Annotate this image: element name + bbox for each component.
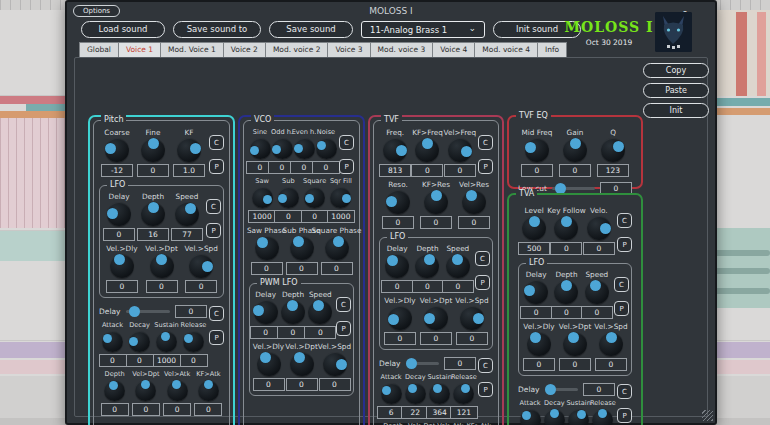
knob-control[interactable] bbox=[386, 190, 410, 214]
slider-value[interactable]: 0 bbox=[444, 357, 476, 370]
knob-value[interactable]: 0 bbox=[163, 403, 191, 416]
slider-track[interactable] bbox=[406, 362, 439, 365]
copy-mini-button[interactable]: C bbox=[614, 277, 629, 292]
slider-track[interactable] bbox=[545, 388, 578, 391]
knob-control[interactable] bbox=[563, 138, 587, 162]
knob-control[interactable] bbox=[592, 409, 613, 425]
paste-button[interactable]: Paste bbox=[643, 83, 709, 98]
copy-button[interactable]: Copy bbox=[643, 63, 709, 78]
knob-value[interactable]: 0 bbox=[312, 161, 340, 174]
knob-value[interactable]: 0 bbox=[99, 354, 127, 367]
knob-control[interactable] bbox=[281, 300, 305, 324]
knob-control[interactable] bbox=[167, 380, 188, 401]
knob-control[interactable] bbox=[102, 331, 123, 352]
paste-mini-button[interactable]: P bbox=[339, 159, 354, 174]
knob-value[interactable]: 0 bbox=[559, 164, 591, 177]
save-sound-to-button[interactable]: Save sound to bbox=[173, 21, 261, 38]
knob-value[interactable]: 1.0 bbox=[173, 164, 205, 177]
knob-control[interactable] bbox=[272, 138, 293, 159]
knob-control[interactable] bbox=[141, 138, 165, 162]
knob-value[interactable]: 0 bbox=[595, 358, 627, 371]
knob-control[interactable] bbox=[316, 138, 337, 159]
knob-value[interactable]: 0 bbox=[180, 354, 208, 367]
knob-value[interactable]: 0 bbox=[458, 216, 490, 229]
knob-control[interactable] bbox=[524, 280, 548, 304]
knob-value[interactable]: 0 bbox=[412, 280, 444, 293]
knob-control[interactable] bbox=[156, 331, 177, 352]
knob-value[interactable]: 0 bbox=[103, 228, 135, 241]
knob-value[interactable]: 0 bbox=[551, 306, 583, 319]
knob-control[interactable] bbox=[290, 236, 314, 260]
knob-control[interactable] bbox=[141, 202, 165, 226]
paste-mini-button[interactable]: P bbox=[614, 301, 629, 316]
tab-mod-voice-1[interactable]: Mod. Voice 1 bbox=[160, 42, 223, 58]
knob-control[interactable] bbox=[554, 280, 578, 304]
knob-control[interactable] bbox=[129, 331, 150, 352]
paste-mini-button[interactable]: P bbox=[617, 237, 632, 252]
save-sound-button[interactable]: Save sound bbox=[269, 21, 353, 38]
knob-value[interactable]: 0 bbox=[101, 403, 129, 416]
knob-control[interactable] bbox=[381, 383, 402, 404]
knob-value[interactable]: 0 bbox=[274, 210, 302, 223]
knob-control[interactable] bbox=[568, 409, 589, 425]
slider-value[interactable]: 0 bbox=[583, 383, 615, 396]
copy-mini-button[interactable]: C bbox=[617, 384, 632, 399]
copy-mini-button[interactable]: C bbox=[475, 251, 490, 266]
tab-mod-voice-3[interactable]: Mod. voice 3 bbox=[370, 42, 433, 58]
knob-control[interactable] bbox=[415, 254, 439, 278]
knob-value[interactable]: 0 bbox=[550, 242, 582, 255]
knob-value[interactable]: 0 bbox=[304, 326, 336, 339]
knob-value[interactable]: 0 bbox=[132, 403, 160, 416]
knob-control[interactable] bbox=[544, 409, 565, 425]
knob-control[interactable] bbox=[294, 138, 315, 159]
knob-value[interactable]: 0 bbox=[521, 164, 553, 177]
knob-control[interactable] bbox=[325, 236, 349, 260]
knob-control[interactable] bbox=[385, 254, 409, 278]
knob-control[interactable] bbox=[257, 352, 281, 376]
knob-control[interactable] bbox=[424, 190, 448, 214]
knob-control[interactable] bbox=[304, 187, 325, 208]
knob-value[interactable]: 500 bbox=[518, 242, 550, 255]
paste-mini-button[interactable]: P bbox=[475, 275, 490, 290]
tab-mod-voice-4[interactable]: Mod. voice 4 bbox=[474, 42, 537, 58]
knob-value[interactable]: 0 bbox=[456, 332, 488, 345]
knob-value[interactable]: 0 bbox=[420, 332, 452, 345]
paste-mini-button[interactable]: P bbox=[478, 159, 493, 174]
copy-mini-button[interactable]: C bbox=[617, 213, 632, 228]
knob-control[interactable] bbox=[278, 187, 299, 208]
knob-control[interactable] bbox=[453, 383, 474, 404]
knob-control[interactable] bbox=[104, 380, 125, 401]
knob-control[interactable] bbox=[585, 280, 609, 304]
knob-value[interactable]: 0 bbox=[523, 358, 555, 371]
knob-control[interactable] bbox=[308, 300, 332, 324]
knob-value[interactable]: 1000 bbox=[248, 210, 276, 223]
knob-value[interactable]: -12 bbox=[101, 164, 133, 177]
knob-control[interactable] bbox=[135, 380, 156, 401]
knob-control[interactable] bbox=[599, 332, 623, 356]
tab-info[interactable]: Info bbox=[537, 42, 567, 58]
knob-value[interactable]: 0 bbox=[583, 242, 615, 255]
knob-value[interactable]: 0 bbox=[382, 216, 414, 229]
paste-mini-button[interactable]: P bbox=[209, 159, 224, 174]
knob-control[interactable] bbox=[462, 190, 486, 214]
slider-thumb[interactable] bbox=[129, 306, 140, 317]
load-sound-button[interactable]: Load sound bbox=[81, 21, 165, 38]
knob-value[interactable]: 0 bbox=[381, 280, 413, 293]
slider-thumb[interactable] bbox=[406, 358, 417, 369]
knob-value[interactable]: 77 bbox=[171, 228, 203, 241]
knob-control[interactable] bbox=[105, 138, 129, 162]
knob-value[interactable]: 0 bbox=[442, 280, 474, 293]
slider-thumb[interactable] bbox=[545, 384, 556, 395]
knob-control[interactable] bbox=[424, 306, 448, 330]
knob-value[interactable]: 0 bbox=[321, 262, 353, 275]
knob-value[interactable]: 0 bbox=[146, 280, 178, 293]
knob-value[interactable]: 1000 bbox=[153, 354, 181, 367]
knob-control[interactable] bbox=[563, 332, 587, 356]
knob-value[interactable]: 0 bbox=[411, 164, 443, 177]
knob-control[interactable] bbox=[290, 352, 314, 376]
knob-control[interactable] bbox=[405, 383, 426, 404]
knob-control[interactable] bbox=[520, 409, 541, 425]
slider-thumb[interactable] bbox=[555, 183, 566, 194]
preset-dropdown[interactable]: 11-Analog Brass 1 ⌄ bbox=[361, 21, 485, 38]
knob-control[interactable] bbox=[587, 216, 611, 240]
